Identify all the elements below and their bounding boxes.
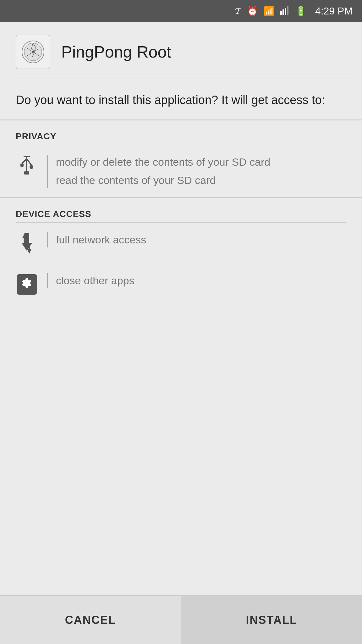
status-bar: 𝓣 ⏰ 📶 🔋 4:29 PM [0, 0, 362, 22]
storage-permission-texts: modify or delete the contents of your SD… [47, 155, 270, 188]
battery-icon: 🔋 [295, 6, 306, 16]
bottom-buttons: CANCEL INSTALL [0, 595, 362, 644]
sd-card-read-text: read the contents of your SD card [56, 173, 270, 188]
network-permission-item: full network access [9, 223, 353, 264]
status-time: 4:29 PM [315, 5, 353, 17]
main-content: PingPong Root Do you want to install thi… [0, 22, 362, 644]
cancel-button[interactable]: CANCEL [0, 596, 181, 644]
privacy-section: PRIVACY [0, 120, 362, 197]
app-name: PingPong Root [61, 42, 171, 61]
network-permission-text-block: full network access [47, 232, 146, 247]
wifi-icon: 📶 [264, 6, 275, 16]
device-access-section: DEVICE ACCESS full network access [0, 198, 362, 305]
nfc-icon: 𝓣 [235, 6, 241, 16]
close-apps-text: close other apps [56, 273, 134, 288]
svg-rect-21 [24, 171, 29, 175]
install-question-text: Do you want to install this application?… [16, 93, 325, 107]
svg-rect-3 [287, 6, 288, 15]
svg-point-20 [30, 165, 33, 169]
svg-marker-28 [27, 249, 31, 254]
close-apps-text-block: close other apps [47, 273, 134, 288]
close-apps-icon [16, 273, 38, 295]
usb-icon [16, 155, 38, 177]
network-icon [16, 232, 38, 254]
svg-line-19 [27, 159, 31, 165]
device-access-header: DEVICE ACCESS [9, 198, 353, 222]
svg-rect-0 [280, 11, 282, 15]
sd-card-modify-text: modify or delete the contents of your SD… [56, 155, 270, 170]
svg-marker-23 [21, 233, 32, 251]
app-header: PingPong Root [0, 22, 362, 79]
svg-line-17 [22, 159, 27, 164]
svg-rect-2 [285, 8, 286, 15]
privacy-section-header: PRIVACY [9, 120, 353, 145]
storage-permission-item: modify or delete the contents of your SD… [9, 145, 353, 197]
signal-icon [280, 5, 290, 17]
svg-rect-1 [282, 9, 284, 15]
svg-rect-22 [24, 156, 30, 157]
content-spacer [0, 305, 362, 595]
close-apps-permission-item: close other apps [9, 264, 353, 305]
install-question: Do you want to install this application?… [0, 79, 362, 119]
install-button[interactable]: INSTALL [181, 596, 362, 644]
gear-box [17, 274, 37, 295]
alarm-icon: ⏰ [247, 6, 258, 16]
app-icon [16, 35, 50, 69]
network-access-text: full network access [56, 232, 146, 247]
svg-rect-18 [20, 164, 24, 167]
app-icon-image [20, 39, 46, 64]
